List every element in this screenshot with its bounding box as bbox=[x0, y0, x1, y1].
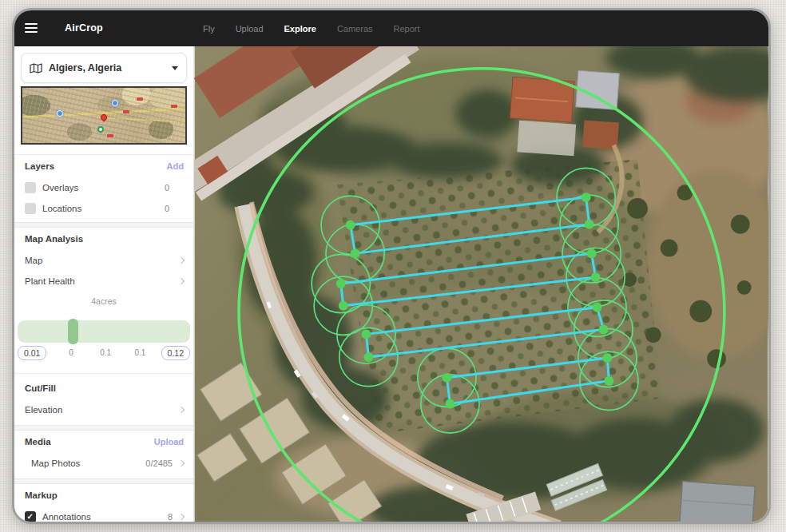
sidebar-row-locations[interactable]: Locations 0 bbox=[14, 198, 193, 219]
nav-links: Fly Upload Explore Cameras Report bbox=[203, 10, 420, 46]
media-header: Media Upload bbox=[14, 431, 193, 453]
row-value: 0/2485 bbox=[145, 459, 173, 468]
waypoint-dot[interactable] bbox=[602, 353, 612, 363]
row-label: Overlays bbox=[42, 183, 165, 193]
range-min-input[interactable]: 0.01 bbox=[18, 346, 46, 360]
tick-label: 0.1 bbox=[134, 348, 145, 357]
nav-item-report[interactable]: Report bbox=[394, 24, 420, 34]
map-analysis-header: Map Analysis bbox=[14, 228, 193, 250]
chevron-down-icon bbox=[172, 66, 178, 70]
waypoint-dot[interactable] bbox=[604, 376, 613, 386]
sidebar: Algiers, Algeria Layers Add bbox=[14, 46, 194, 522]
mini-map-road-label bbox=[123, 110, 129, 113]
chevron-right-icon bbox=[178, 460, 185, 466]
section-title: Layers bbox=[25, 161, 167, 171]
section-title: Cut/Fill bbox=[25, 383, 184, 393]
location-name: Algiers, Algeria bbox=[49, 62, 172, 73]
waypoint-dot[interactable] bbox=[593, 303, 602, 312]
nav-item-explore[interactable]: Explore bbox=[284, 24, 316, 34]
row-value: 0 bbox=[165, 183, 169, 193]
analysis-range-slider[interactable] bbox=[18, 320, 190, 343]
mini-map-blue-marker[interactable] bbox=[57, 110, 63, 117]
tick-label: 0.1 bbox=[100, 348, 111, 357]
cut-fill-header: Cut/Fill bbox=[14, 377, 193, 399]
mini-map-road-label bbox=[171, 105, 177, 108]
waypoint-dot[interactable] bbox=[351, 248, 360, 258]
section-gap bbox=[14, 425, 193, 431]
upload-media-button[interactable]: Upload bbox=[154, 437, 184, 447]
checkbox-unchecked[interactable] bbox=[25, 203, 36, 214]
waypoint-dot[interactable] bbox=[591, 272, 601, 282]
section-gap bbox=[14, 478, 193, 484]
map-icon bbox=[30, 63, 42, 73]
mini-map-road bbox=[97, 117, 187, 123]
row-label: Elevation bbox=[25, 405, 179, 415]
mini-map[interactable] bbox=[21, 86, 187, 145]
add-layer-button[interactable]: Add bbox=[167, 161, 184, 171]
section-title: Media bbox=[25, 437, 154, 447]
row-label: Map Photos bbox=[31, 459, 145, 468]
menu-icon[interactable] bbox=[25, 23, 38, 34]
section-title: Map Analysis bbox=[25, 234, 184, 244]
waypoint-dot[interactable] bbox=[346, 220, 355, 230]
app-title: AirCrop bbox=[65, 22, 103, 34]
row-value: 0 bbox=[165, 204, 169, 213]
sidebar-row-elevation[interactable]: Elevation bbox=[14, 399, 193, 420]
sidebar-row-plant-health[interactable]: Plant Health bbox=[14, 271, 193, 292]
waypoint-dot[interactable] bbox=[445, 399, 455, 409]
mini-map-blue-marker[interactable] bbox=[112, 100, 118, 106]
markup-header: Markup bbox=[14, 484, 193, 506]
sidebar-row-map-photos[interactable]: Map Photos 0/2485 bbox=[14, 453, 193, 474]
waypoint-dot[interactable] bbox=[336, 279, 346, 288]
building bbox=[680, 481, 756, 522]
sidebar-row-map[interactable]: Map bbox=[14, 250, 193, 271]
row-label: Annotations bbox=[42, 512, 168, 522]
waypoint-dot[interactable] bbox=[587, 248, 597, 258]
waypoint-dot[interactable] bbox=[363, 352, 373, 362]
desktop-background: AirCrop Fly Upload Explore Cameras Repor… bbox=[0, 0, 786, 532]
checkbox-unchecked[interactable] bbox=[25, 182, 36, 193]
area-label: 4acres bbox=[14, 296, 193, 306]
waypoint-dot[interactable] bbox=[599, 324, 609, 334]
mini-map-red-pin[interactable] bbox=[99, 113, 108, 121]
mini-map-road-label bbox=[107, 134, 113, 137]
mini-map-green-marker[interactable] bbox=[97, 126, 104, 133]
section-gap bbox=[14, 222, 193, 228]
top-navbar: AirCrop Fly Upload Explore Cameras Repor… bbox=[14, 10, 768, 46]
waypoint-dot[interactable] bbox=[585, 220, 594, 229]
nav-item-cameras[interactable]: Cameras bbox=[337, 24, 373, 34]
divider bbox=[14, 373, 193, 374]
waypoint-dot[interactable] bbox=[362, 329, 371, 339]
satellite-map[interactable] bbox=[194, 46, 768, 522]
sidebar-row-overlays[interactable]: Overlays 0 bbox=[14, 177, 193, 198]
nav-item-upload[interactable]: Upload bbox=[236, 24, 264, 34]
waypoint-dot[interactable] bbox=[442, 373, 451, 383]
layers-header: Layers Add bbox=[14, 155, 193, 177]
app-window: AirCrop Fly Upload Explore Cameras Repor… bbox=[12, 8, 771, 524]
chevron-right-icon bbox=[178, 257, 185, 264]
waypoint-dot[interactable] bbox=[339, 301, 348, 311]
location-selector[interactable]: Algiers, Algeria bbox=[21, 53, 187, 83]
slider-handle[interactable] bbox=[68, 319, 78, 344]
row-label: Map bbox=[25, 256, 179, 265]
sidebar-row-annotations[interactable]: Annotations 8 bbox=[14, 506, 193, 522]
chevron-right-icon bbox=[178, 407, 185, 413]
chevron-right-icon bbox=[178, 514, 185, 520]
mini-map-road-label bbox=[137, 97, 143, 101]
chevron-right-icon bbox=[178, 278, 185, 284]
section-title: Markup bbox=[25, 490, 184, 500]
row-label: Plant Health bbox=[25, 276, 179, 286]
waypoint-dot[interactable] bbox=[582, 193, 591, 202]
slider-ticks: 0.01 0 0.1 0.1 0.12 bbox=[18, 346, 190, 362]
row-value: 8 bbox=[168, 512, 173, 522]
row-label: Locations bbox=[42, 204, 165, 213]
range-max-input[interactable]: 0.12 bbox=[161, 346, 190, 360]
tick-label: 0 bbox=[69, 348, 73, 357]
nav-item-fly[interactable]: Fly bbox=[203, 24, 215, 34]
checkbox-checked[interactable] bbox=[25, 511, 36, 522]
